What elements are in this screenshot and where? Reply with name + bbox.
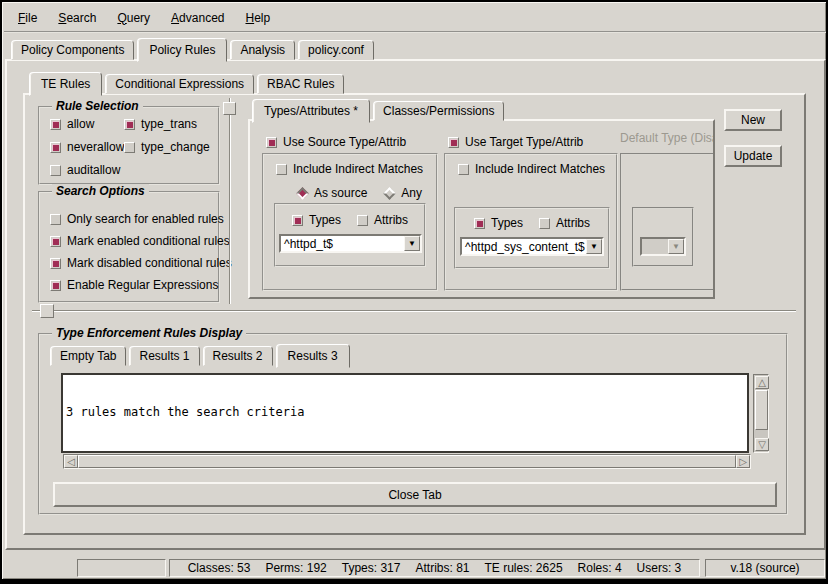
vertical-sash[interactable] [229, 98, 231, 304]
tab-policy-conf[interactable]: policy.conf [298, 40, 374, 60]
checkbox-indicator [539, 218, 550, 229]
checkbox-auditallow[interactable]: auditallow [50, 163, 120, 177]
checkbox-use-target[interactable]: Use Target Type/Attrib [448, 135, 583, 149]
menu-advanced[interactable]: Advanced [167, 8, 228, 28]
results-tab-bar: Empty Tab Results 1 Results 2 Results 3 [50, 344, 353, 366]
close-tab-button-label: Close Tab [388, 488, 441, 502]
new-button[interactable]: New [724, 109, 782, 131]
checkbox-mark-disabled[interactable]: Mark disabled conditional rules [50, 256, 218, 270]
results-text-area[interactable]: 3 rules match the search criteria (5822)… [61, 373, 749, 453]
triangle-right-icon: ▷ [739, 457, 747, 467]
horizontal-scrollbar-thumb[interactable] [78, 455, 736, 468]
results-vertical-scrollbar[interactable]: △ ▽ [753, 374, 769, 453]
tab-label: Empty Tab [60, 349, 116, 363]
target-type-combo[interactable]: ^httpd_sys_content_t$ ▼ [460, 237, 604, 256]
tab-conditional-expressions[interactable]: Conditional Expressions [105, 74, 254, 94]
menu-search[interactable]: Search [54, 8, 100, 28]
tab-results-3[interactable]: Results 3 [276, 344, 350, 368]
checkbox-only-enabled[interactable]: Only search for enabled rules [50, 212, 218, 226]
checkbox-source-indirect[interactable]: Include Indirect Matches [276, 162, 436, 176]
tab-policy-rules[interactable]: Policy Rules [137, 38, 227, 62]
checkbox-indicator [50, 258, 61, 269]
tab-rbac-rules[interactable]: RBAC Rules [257, 74, 344, 94]
checkbox-type-trans[interactable]: type_trans [124, 117, 197, 131]
checkbox-indicator [50, 280, 61, 291]
stat-types: Types: 317 [342, 561, 401, 575]
checkbox-indicator [276, 164, 287, 175]
checkbox-indicator [50, 142, 61, 153]
status-stats-box: Classes: 53 Perms: 192 Types: 317 Attrib… [169, 559, 700, 577]
radio-indicator [383, 187, 396, 200]
results-horizontal-scrollbar[interactable]: ◁ ▷ [63, 454, 751, 469]
tab-label: Types/Attributes * [264, 104, 358, 118]
checkbox-source-types[interactable]: Types [292, 213, 341, 227]
checkbox-indicator [266, 137, 277, 148]
default-type-inner-box: ▼ [632, 207, 694, 267]
triangle-up-icon: △ [758, 378, 766, 388]
source-types-attribs-box: Types Attribs ^httpd_t$ ▼ [274, 203, 426, 267]
tab-analysis[interactable]: Analysis [230, 40, 295, 60]
radio-any[interactable]: Any [385, 186, 422, 200]
radio-as-source[interactable]: As source [298, 186, 367, 200]
checkbox-target-indirect[interactable]: Include Indirect Matches [458, 162, 616, 176]
triangle-down-icon: ▽ [758, 440, 766, 450]
search-options-group: Search Options Only search for enabled r… [38, 191, 220, 303]
scroll-right-button[interactable]: ▷ [736, 455, 750, 468]
checkbox-mark-enabled[interactable]: Mark enabled conditional rules [50, 234, 218, 248]
scroll-down-button[interactable]: ▽ [755, 438, 769, 451]
vertical-sash-handle[interactable] [223, 102, 236, 115]
tab-results-1[interactable]: Results 1 [129, 346, 199, 366]
horizontal-sash[interactable] [32, 310, 796, 312]
menu-help-label: elp [254, 11, 270, 25]
tab-te-rules[interactable]: TE Rules [29, 72, 102, 96]
tab-classes-permissions[interactable]: Classes/Permissions [373, 101, 504, 121]
chevron-down-icon: ▼ [672, 243, 680, 251]
checkbox-target-attribs[interactable]: Attribs [539, 216, 590, 230]
target-types-attribs-box: Types Attribs ^httpd_sys_content_t$ ▼ [454, 207, 610, 269]
te-display-title: Type Enforcement Rules Display [52, 326, 246, 340]
new-button-label: New [741, 113, 765, 127]
source-type-combo-value: ^httpd_t$ [281, 237, 404, 251]
horizontal-sash-handle[interactable] [40, 304, 54, 318]
menu-search-label: earch [66, 11, 96, 25]
checkbox-indicator [124, 142, 135, 153]
rule-selection-group: Rule Selection allow type_trans neverall… [38, 106, 220, 185]
checkbox-label: type_change [141, 140, 210, 154]
checkbox-label: Only search for enabled rules [67, 212, 224, 226]
checkbox-neverallow[interactable]: neverallow [50, 140, 124, 154]
rule-selection-title: Rule Selection [52, 99, 143, 113]
checkbox-source-attribs[interactable]: Attribs [357, 213, 408, 227]
checkbox-indicator [50, 119, 61, 130]
menu-file[interactable]: File [14, 8, 41, 28]
target-combo-dropdown-button[interactable]: ▼ [586, 239, 602, 254]
checkbox-label: Use Target Type/Attrib [465, 135, 583, 149]
checkbox-allow[interactable]: allow [50, 117, 124, 131]
source-combo-dropdown-button[interactable]: ▼ [404, 236, 420, 251]
menu-query-hotkey: Q [117, 11, 126, 25]
checkbox-type-change[interactable]: type_change [124, 140, 210, 154]
tab-results-2[interactable]: Results 2 [203, 346, 273, 366]
update-button[interactable]: Update [724, 145, 782, 167]
checkbox-indicator [50, 236, 61, 247]
source-type-combo[interactable]: ^httpd_t$ ▼ [279, 234, 422, 253]
tab-policy-components[interactable]: Policy Components [11, 40, 134, 60]
tab-empty-tab[interactable]: Empty Tab [50, 346, 126, 366]
menu-help[interactable]: Help [241, 8, 274, 28]
tab-types-attributes[interactable]: Types/Attributes * [252, 99, 370, 123]
scroll-left-button[interactable]: ◁ [64, 455, 78, 468]
tab-label: Results 3 [288, 349, 338, 363]
checkbox-regex[interactable]: Enable Regular Expressions [50, 278, 218, 292]
vertical-scrollbar-thumb[interactable] [755, 390, 768, 430]
menu-query[interactable]: Query [113, 8, 154, 28]
stat-perms: Perms: 192 [265, 561, 326, 575]
checkbox-target-types[interactable]: Types [474, 216, 523, 230]
close-tab-button[interactable]: Close Tab [53, 482, 777, 507]
stat-attribs: Attribs: 81 [415, 561, 469, 575]
triangle-left-icon: ◁ [67, 457, 75, 467]
scroll-up-button[interactable]: △ [755, 376, 769, 389]
checkbox-indicator [50, 214, 61, 225]
default-type-title: Default Type (Disa [618, 131, 715, 145]
checkbox-use-source[interactable]: Use Source Type/Attrib [266, 135, 406, 149]
menu-query-label: uery [127, 11, 150, 25]
menu-file-label: ile [25, 11, 37, 25]
